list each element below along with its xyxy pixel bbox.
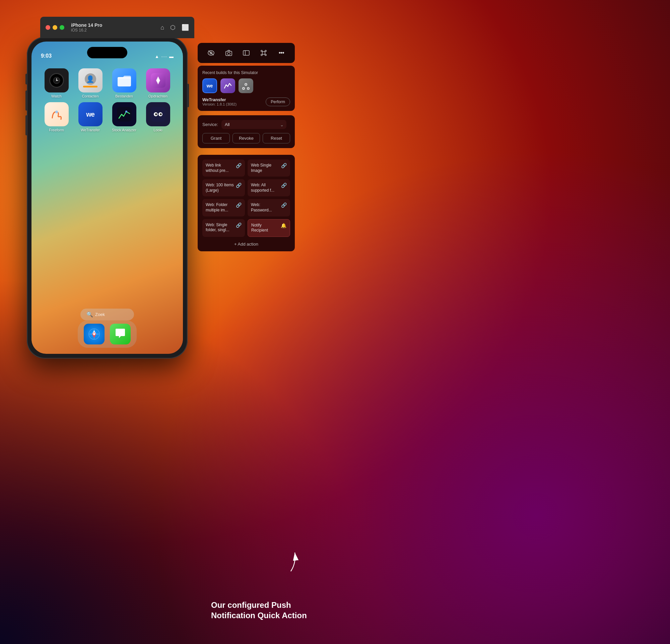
command-button[interactable] (258, 48, 269, 58)
eye-off-button[interactable] (206, 48, 216, 58)
action-notify-recipient-label: Notify Recipient (251, 223, 279, 233)
svg-rect-26 (243, 51, 249, 55)
freeform-app-label: Freeform (49, 128, 64, 132)
link-icon-3: 🔗 (236, 183, 242, 188)
svg-point-7 (55, 110, 58, 113)
service-select[interactable]: All (222, 120, 286, 129)
actions-panel: Web link without pre... 🔗 Web Single Ima… (198, 155, 295, 251)
build-apps-row: we (202, 78, 290, 93)
arrow-annotation (281, 547, 301, 575)
action-web-link-label: Web link without pre... (206, 163, 234, 173)
link-icon-1: 🔗 (236, 163, 242, 168)
search-text: Zoek (95, 312, 105, 317)
action-web-folder-multiple[interactable]: Web: Folder multiple im... 🔗 (202, 199, 245, 216)
app-item-watch[interactable]: Watch (42, 68, 71, 98)
perform-button[interactable]: Perform (266, 97, 290, 106)
recent-builds-title: Recent builds for this Simulator (202, 70, 290, 75)
watch-app-icon (44, 68, 69, 93)
traffic-lights (45, 25, 64, 30)
svg-rect-10 (151, 107, 165, 122)
window-title: iPhone 14 Pro (71, 23, 102, 28)
iphone-frame: 9:03 ▲ ····· ▬ (27, 37, 188, 359)
reset-button[interactable]: Reset (263, 133, 290, 144)
build-app-wetransfer[interactable]: we (202, 78, 217, 93)
shortcuts-app-label: Opdrachten (148, 94, 168, 98)
action-web-folder-multiple-label: Web: Folder multiple im... (206, 202, 234, 213)
svg-point-25 (227, 52, 230, 55)
dock (78, 320, 137, 348)
svg-point-9 (125, 110, 127, 112)
action-web-100-items[interactable]: Web: 100 Items (Large) 🔗 (202, 179, 245, 196)
volume-down-button (25, 115, 27, 135)
action-web-password[interactable]: Web: Password... 🔗 (247, 199, 290, 216)
action-web-single-folder[interactable]: Web: Single folder, singl... 🔗 (202, 219, 245, 237)
stockanalyzer-icon-inner (112, 102, 136, 126)
add-action-text: + Add action (234, 242, 258, 246)
bell-icon: 🔔 (281, 223, 286, 228)
actions-grid: Web link without pre... 🔗 Web Single Ima… (202, 160, 290, 237)
stockanalyzer-app-label: Stock Analyzer (112, 128, 136, 132)
app-item-wetransfer[interactable]: we WeTransfer (75, 102, 105, 132)
link-icon-4: 🔗 (281, 183, 287, 188)
stockanalyzer-app-icon (112, 102, 136, 126)
app-item-contacts[interactable]: 👤 Contacten (75, 68, 105, 98)
sidebar-button[interactable] (241, 48, 252, 58)
contacts-icon-inner: 👤 (78, 68, 103, 93)
svg-point-3 (56, 80, 57, 81)
dynamic-island (87, 47, 127, 58)
freeform-icon-inner (44, 102, 69, 126)
link-icon-2: 🔗 (281, 163, 287, 168)
wetransfer-icon-inner: we (78, 102, 103, 126)
camera-button[interactable] (224, 48, 234, 58)
wetransfer-app-icon: we (78, 102, 103, 126)
action-web-single-image[interactable]: Web Single Image 🔗 (247, 160, 290, 177)
svg-rect-4 (118, 77, 131, 86)
svg-point-29 (245, 84, 246, 85)
action-notify-recipient[interactable]: Notify Recipient 🔔 (247, 219, 290, 237)
svg-point-14 (160, 113, 162, 115)
contacts-app-label: Contacten (82, 94, 98, 98)
action-web-all-supported[interactable]: Web: All supported f... 🔗 (247, 179, 290, 196)
service-buttons: Grant Revoke Reset (202, 133, 290, 144)
service-select-wrapper: All .service-select-display::after { con… (222, 120, 286, 129)
build-app-name: WeTransfer (202, 97, 237, 102)
power-button (187, 84, 189, 107)
svg-point-20 (93, 333, 95, 335)
maximize-button[interactable] (59, 25, 64, 30)
close-button[interactable] (45, 25, 50, 30)
volume-up-button (25, 91, 27, 110)
link-icon-7: 🔗 (236, 223, 242, 228)
revoke-button[interactable]: Revoke (232, 133, 260, 144)
window-titlebar: iPhone 14 Pro iOS 16.2 ⌂ ⬡ ⬜ (40, 17, 194, 38)
battery-icon: ▬ (169, 54, 174, 59)
messages-icon[interactable] (110, 324, 131, 345)
files-app-icon (112, 68, 136, 93)
minimize-button[interactable] (53, 25, 57, 30)
svg-point-6 (157, 79, 159, 82)
search-bar[interactable]: 🔍 Zoek (80, 309, 134, 320)
looki-app-label: Looki (153, 128, 162, 132)
build-app-gray[interactable] (239, 78, 253, 93)
app-item-looki[interactable]: Looki (143, 102, 173, 132)
app-item-files[interactable]: Bestanden (109, 68, 139, 98)
app-item-freeform[interactable]: Freeform (42, 102, 71, 132)
status-time: 9:03 (41, 53, 52, 59)
rotate-icon[interactable]: ⬜ (182, 24, 189, 31)
build-app-version: Version: 1.8.1 (3082) (202, 102, 237, 106)
app-item-stockanalyzer[interactable]: Stock Analyzer (109, 102, 139, 132)
files-icon-inner (112, 68, 136, 93)
action-web-password-label: Web: Password... (251, 202, 280, 213)
more-button[interactable]: ••• (276, 48, 287, 58)
action-web-link[interactable]: Web link without pre... 🔗 (202, 160, 245, 177)
files-app-label: Bestanden (115, 94, 133, 98)
app-item-shortcuts[interactable]: Opdrachten (143, 68, 173, 98)
service-panel: Service: All .service-select-display::af… (198, 115, 295, 148)
home-icon[interactable]: ⌂ (160, 24, 164, 31)
safari-icon[interactable] (84, 324, 105, 345)
contacts-bar (83, 86, 97, 88)
add-action-row[interactable]: + Add action (202, 240, 290, 246)
grant-button[interactable]: Grant (202, 133, 230, 144)
search-icon: 🔍 (86, 311, 93, 318)
build-app-purple[interactable] (220, 78, 235, 93)
screenshot-icon[interactable]: ⬡ (170, 24, 176, 31)
